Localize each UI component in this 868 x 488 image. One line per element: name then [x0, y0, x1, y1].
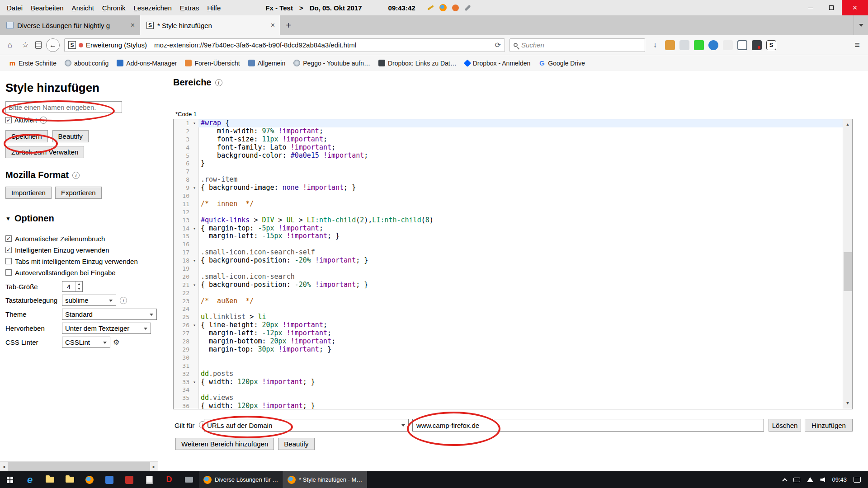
- firefox-icon[interactable]: [439, 4, 447, 11]
- code-line[interactable]: 22: [174, 289, 843, 297]
- code-text[interactable]: }: [198, 160, 843, 168]
- code-line[interactable]: 36{ width: 120px !important; }: [174, 402, 843, 409]
- scroll-down-icon[interactable]: ▼: [843, 399, 852, 408]
- bookmark-peggo[interactable]: Peggo - Youtube aufn…: [290, 60, 374, 67]
- bookmark-allgemein[interactable]: Allgemein: [245, 60, 289, 67]
- fold-icon[interactable]: ▾: [190, 184, 198, 192]
- code-line[interactable]: 4 font-family: Lato !important;: [174, 144, 843, 152]
- code-text[interactable]: [198, 208, 843, 216]
- code-line[interactable]: 11/* innen */: [174, 200, 843, 208]
- maximize-button[interactable]: [821, 0, 842, 15]
- bookmark-dropbox-anmelden[interactable]: Dropbox - Anmelden: [461, 60, 534, 67]
- volume-icon[interactable]: [820, 477, 825, 482]
- pencil-icon[interactable]: [427, 5, 434, 10]
- code-line[interactable]: 12: [174, 208, 843, 216]
- code-editor[interactable]: 1▾#wrap {2 min-width: 97% !important;3 f…: [173, 119, 853, 409]
- code-lines[interactable]: 1▾#wrap {2 min-width: 97% !important;3 f…: [174, 119, 843, 409]
- bookmark-star-button[interactable]: ☆: [20, 40, 31, 50]
- code-line[interactable]: 16: [174, 240, 843, 249]
- code-line[interactable]: 15 margin-left: -15px !important; }: [174, 232, 843, 240]
- url-text[interactable]: moz-extension://9e7b40ec-3fa6-4ca6-b90f-…: [154, 41, 492, 49]
- code-text[interactable]: dd.posts: [198, 370, 843, 378]
- ext-icon-5[interactable]: [723, 40, 733, 50]
- code-line[interactable]: 32dd.posts: [174, 370, 843, 378]
- code-text[interactable]: { margin-top: -5px !important;: [198, 225, 843, 233]
- screenshot-icon[interactable]: [179, 471, 199, 488]
- code-line[interactable]: 27 margin-left: -12px !important;: [174, 329, 843, 338]
- ext-icon-2[interactable]: [679, 40, 689, 50]
- taskbar-window-style[interactable]: * Style hinzufügen - M…: [283, 471, 367, 488]
- code-text[interactable]: [198, 240, 843, 249]
- stepper-up-icon[interactable]: [75, 282, 82, 286]
- network-icon[interactable]: [807, 477, 813, 482]
- fold-icon[interactable]: ▾: [190, 321, 198, 329]
- import-button[interactable]: Importieren: [5, 187, 52, 199]
- code-text[interactable]: margin-top: 30px !important; }: [198, 346, 843, 354]
- code-line[interactable]: 28 margin-bottom: 20px !important;: [174, 338, 843, 346]
- home-button[interactable]: ⌂: [5, 41, 15, 50]
- back-button[interactable]: ←: [46, 38, 60, 52]
- bookmark-erste-schritte[interactable]: mErste Schritte: [5, 60, 60, 67]
- highlight-select[interactable]: Unter dem Textzeiger: [62, 323, 151, 334]
- code-line[interactable]: 1▾#wrap {: [174, 119, 843, 127]
- code-text[interactable]: [198, 305, 843, 313]
- info-icon[interactable]: i: [120, 297, 127, 304]
- fold-icon[interactable]: ▾: [190, 119, 198, 127]
- app-icon-red[interactable]: [119, 471, 139, 488]
- scrollbar-thumb[interactable]: [8, 462, 150, 471]
- code-text[interactable]: margin-left: -12px !important;: [198, 329, 843, 338]
- code-line[interactable]: 25ul.linklist > li: [174, 313, 843, 321]
- tab-close-icon[interactable]: ×: [269, 21, 276, 29]
- code-text[interactable]: { background-image: none !important; }: [198, 184, 843, 192]
- minimize-button[interactable]: [800, 0, 821, 15]
- code-text[interactable]: .small-icon.icon-search-self: [198, 249, 843, 257]
- code-text[interactable]: ul.linklist > li: [198, 313, 843, 321]
- applies-to-type-select[interactable]: URLs auf der Domain: [204, 419, 409, 432]
- export-button[interactable]: Exportieren: [55, 187, 102, 199]
- linter-select[interactable]: CSSLint: [62, 337, 110, 348]
- enabled-checkbox[interactable]: ✓: [5, 117, 12, 123]
- menu-bearbeiten[interactable]: Bearbeiten: [27, 4, 68, 12]
- code-line[interactable]: 18▾{ background-position: -20% !importan…: [174, 257, 843, 265]
- menu-button[interactable]: ≡: [854, 40, 863, 50]
- tab-size-stepper[interactable]: 4: [62, 281, 83, 292]
- back-to-manage-button[interactable]: Zurück zum Verwalten: [5, 146, 84, 158]
- code-line[interactable]: 26▾{ line-height: 20px !important;: [174, 321, 843, 329]
- code-line[interactable]: 6}: [174, 160, 843, 168]
- code-text[interactable]: margin-bottom: 20px !important;: [198, 338, 843, 346]
- sidebar-toggle-icon[interactable]: [737, 40, 747, 50]
- code-line[interactable]: 2 min-width: 97% !important;: [174, 127, 843, 136]
- code-text[interactable]: [198, 192, 843, 200]
- menu-lesezeichen[interactable]: Lesezeichen: [130, 4, 176, 12]
- downloads-button[interactable]: ↓: [650, 41, 660, 50]
- code-text[interactable]: [198, 265, 843, 273]
- stepper-down-icon[interactable]: [75, 286, 82, 291]
- tablet-icon[interactable]: [793, 478, 800, 482]
- code-line[interactable]: 5 background-color: #0a0e15 !important;: [174, 152, 843, 160]
- bookmark-addons-manager[interactable]: Add-ons-Manager: [113, 60, 180, 67]
- save-button[interactable]: Speichern: [5, 130, 48, 142]
- bookmark-dropbox-links[interactable]: Dropbox: Links zu Dat…: [375, 60, 460, 67]
- menu-ansicht[interactable]: Ansicht: [68, 4, 98, 12]
- code-text[interactable]: /* innen */: [198, 200, 843, 208]
- code-text[interactable]: [198, 362, 843, 370]
- tab-style-hinzufuegen[interactable]: S * Style hinzufügen ×: [140, 15, 280, 35]
- orange-addon-icon[interactable]: [452, 5, 459, 11]
- bookmark-google-drive[interactable]: GGoogle Drive: [535, 60, 589, 67]
- notification-icon[interactable]: [854, 477, 861, 483]
- code-line[interactable]: 23/* außen */: [174, 297, 843, 305]
- ext-icon-1[interactable]: [665, 40, 675, 50]
- stepper-buttons[interactable]: [75, 282, 82, 291]
- edge-icon[interactable]: e: [20, 471, 40, 488]
- tab-diverse-loesungen[interactable]: Diverse Lösungen für Nightly g ×: [0, 15, 140, 35]
- bookmark-foren-uebersicht[interactable]: Foren-Übersicht: [181, 60, 243, 67]
- add-section-button[interactable]: Weiteren Bereich hinzufügen: [175, 438, 274, 450]
- menu-extras[interactable]: Extras: [176, 4, 203, 12]
- app-icon-d[interactable]: D: [159, 471, 179, 488]
- ext-icon-4[interactable]: [708, 40, 718, 50]
- fold-icon[interactable]: ▾: [190, 281, 198, 289]
- fold-icon[interactable]: ▾: [190, 257, 198, 265]
- code-text[interactable]: [198, 289, 843, 297]
- smart-indent-checkbox[interactable]: ✓: [5, 247, 12, 253]
- code-text[interactable]: { width: 120px !important; }: [198, 402, 843, 409]
